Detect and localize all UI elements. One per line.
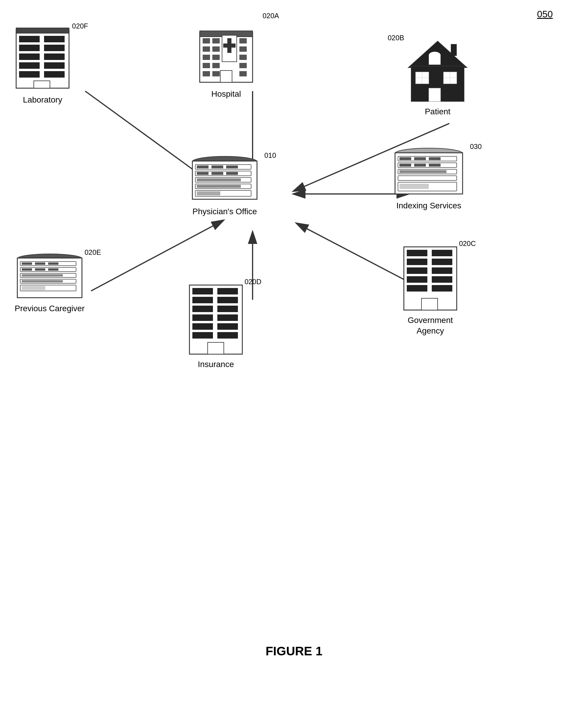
government-agency-icon	[402, 244, 458, 311]
svg-rect-117	[207, 342, 224, 354]
svg-rect-119	[407, 250, 427, 256]
svg-rect-122	[432, 259, 452, 265]
ref-050: 050	[537, 9, 553, 20]
svg-rect-65	[212, 172, 223, 175]
svg-rect-51	[44, 53, 65, 60]
svg-rect-68	[197, 179, 241, 181]
svg-rect-53	[44, 62, 65, 69]
svg-rect-116	[217, 332, 238, 338]
svg-rect-103	[22, 286, 45, 290]
figure-title: FIGURE 1	[0, 644, 588, 658]
svg-rect-56	[34, 81, 50, 88]
svg-rect-109	[192, 306, 213, 312]
svg-rect-97	[48, 268, 58, 271]
indexing-services-label: Indexing Services	[396, 200, 461, 211]
indexing-services-icon	[394, 147, 464, 197]
svg-rect-113	[192, 323, 213, 330]
svg-rect-20	[212, 55, 220, 60]
svg-rect-22	[212, 71, 220, 76]
svg-rect-128	[432, 285, 452, 291]
svg-line-8	[91, 220, 223, 291]
previous-caregiver-ref: 020E	[84, 248, 101, 257]
insurance-label: Insurance	[198, 359, 234, 370]
svg-rect-72	[197, 191, 220, 195]
svg-rect-33	[451, 44, 457, 56]
svg-rect-45	[16, 28, 69, 33]
svg-rect-66	[226, 172, 238, 175]
insurance-icon	[188, 282, 244, 356]
svg-rect-43	[429, 88, 441, 101]
svg-rect-77	[414, 157, 426, 160]
laboratory-icon	[15, 26, 71, 91]
svg-point-42	[429, 52, 441, 59]
svg-rect-121	[407, 259, 427, 265]
svg-rect-108	[217, 297, 238, 303]
svg-rect-112	[217, 314, 238, 321]
government-agency-label: Government Agency	[408, 315, 453, 336]
svg-rect-25	[223, 44, 236, 48]
svg-rect-31	[220, 71, 232, 82]
svg-rect-129	[421, 298, 438, 310]
svg-rect-87	[399, 184, 429, 189]
arrows-svg	[0, 0, 588, 676]
svg-rect-107	[192, 297, 213, 303]
svg-rect-123	[407, 267, 427, 274]
svg-rect-125	[407, 276, 427, 283]
svg-rect-92	[35, 262, 45, 265]
svg-rect-17	[203, 71, 210, 76]
svg-rect-15	[203, 55, 210, 60]
svg-rect-126	[432, 276, 452, 283]
svg-rect-105	[192, 288, 213, 294]
svg-rect-60	[197, 165, 209, 168]
indexing-services-node: 030 Indexing Services	[394, 147, 464, 211]
patient-label: Patient	[425, 106, 450, 117]
patient-node: 020B	[405, 38, 470, 117]
svg-rect-99	[22, 274, 63, 277]
hospital-icon	[194, 15, 259, 85]
svg-rect-47	[44, 36, 65, 42]
svg-rect-82	[429, 164, 441, 167]
hospital-ref: 020A	[263, 12, 279, 20]
svg-rect-49	[44, 45, 65, 51]
previous-caregiver-icon	[16, 253, 83, 300]
previous-caregiver-node: 020E Previous Caregi	[15, 253, 84, 314]
svg-rect-14	[203, 46, 210, 52]
svg-rect-30	[239, 71, 247, 76]
svg-rect-96	[35, 268, 45, 271]
svg-rect-64	[197, 172, 209, 175]
patient-ref: 020B	[388, 34, 404, 42]
svg-rect-91	[22, 262, 32, 265]
svg-rect-27	[239, 46, 247, 52]
hospital-node: 020A	[194, 15, 259, 99]
svg-rect-29	[239, 63, 247, 68]
patient-icon	[405, 38, 470, 103]
indexing-services-ref: 030	[470, 143, 482, 151]
diagram-container: 050	[0, 0, 588, 676]
svg-rect-127	[407, 285, 427, 291]
insurance-ref: 020D	[245, 278, 262, 286]
svg-rect-70	[197, 185, 241, 188]
svg-rect-52	[19, 62, 40, 69]
svg-rect-46	[19, 36, 40, 42]
svg-rect-76	[399, 157, 411, 160]
svg-rect-26	[239, 38, 247, 44]
svg-rect-54	[19, 71, 40, 77]
svg-rect-21	[212, 63, 220, 68]
svg-rect-28	[239, 55, 247, 60]
svg-rect-110	[217, 306, 238, 312]
svg-rect-84	[399, 170, 446, 173]
laboratory-label: Laboratory	[23, 95, 62, 105]
government-agency-node: 020C Government Agency	[402, 244, 458, 336]
svg-rect-114	[217, 323, 238, 330]
laboratory-node: 020F Laboratory	[15, 26, 71, 105]
svg-rect-115	[192, 332, 213, 338]
hospital-label: Hospital	[211, 89, 241, 99]
svg-rect-80	[399, 164, 411, 167]
svg-rect-111	[192, 314, 213, 321]
previous-caregiver-label: Previous Caregiver	[15, 303, 84, 314]
svg-rect-93	[48, 262, 58, 265]
government-agency-ref: 020C	[459, 239, 476, 248]
svg-rect-16	[203, 63, 210, 68]
physicians-office-ref: 010	[264, 151, 276, 160]
svg-rect-61	[212, 165, 223, 168]
